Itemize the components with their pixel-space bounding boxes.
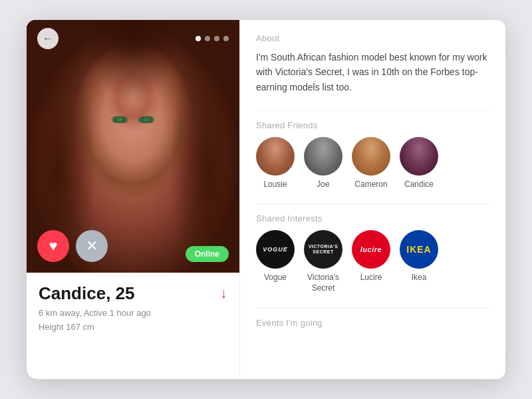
interests-title: Shared Interests [256,213,489,223]
app-container: ← Online ♥ ✕ Candice, 25 6 km awa [27,20,505,379]
friend-lousie[interactable]: Lousie [256,137,295,189]
arrow-down-icon[interactable]: ↓ [220,285,227,302]
lucire-text: lucire [360,245,382,253]
shared-interests-section: Shared Interests VOGUE Vogue VICTORIA'SS… [256,213,489,293]
avatar-candice [400,137,438,176]
ikea-label: Ikea [412,273,427,283]
ikea-circle: IKEA [400,230,438,269]
avatar-joe [304,137,342,176]
friend-name-cameron: Cameron [354,180,387,189]
about-title: About [256,33,489,43]
friend-candice[interactable]: Candice [400,137,438,189]
dot-3[interactable] [214,36,219,41]
profile-meta: 6 km away, Active 1 hour ago Height 167 … [39,307,227,334]
dot-4[interactable] [223,36,229,41]
interest-lucire[interactable]: lucire Lucire [352,230,390,293]
profile-photo: ← Online ♥ ✕ [27,20,239,273]
events-title: Events I'm going [256,318,489,328]
online-badge: Online [186,246,229,262]
action-buttons: ♥ ✕ [37,230,108,262]
about-section: About I'm South African fashion model be… [256,33,489,94]
friends-row: Lousie Joe Cameron Candice [256,137,489,189]
victoria-label: Victoria'sSecret [307,273,339,293]
about-text: I'm South African fashion model best kno… [256,50,489,94]
friend-joe[interactable]: Joe [304,137,342,189]
divider-3 [256,308,489,309]
friend-name-lousie: Lousie [263,180,287,189]
friend-name-joe: Joe [317,180,329,189]
top-bar: ← [27,28,239,49]
vogue-circle: VOGUE [256,230,295,269]
distance-active: 6 km away, Active 1 hour ago [39,308,151,318]
back-icon: ← [43,33,53,45]
vogue-text: VOGUE [263,246,288,253]
dot-2[interactable] [205,36,210,41]
interest-victorias-secret[interactable]: VICTORIA'SSECRET Victoria'sSecret [304,230,342,293]
events-section: Events I'm going [256,318,489,328]
victoria-circle: VICTORIA'SSECRET [304,230,342,269]
height: Height 167 cm [39,322,94,332]
divider-2 [256,203,489,204]
left-panel: ← Online ♥ ✕ Candice, 25 6 km awa [27,20,239,379]
photo-dots [196,36,229,41]
interest-ikea[interactable]: IKEA Ikea [400,230,438,293]
dot-1[interactable] [196,36,201,41]
friend-cameron[interactable]: Cameron [352,137,390,189]
avatar-lousie [256,137,295,176]
like-button[interactable]: ♥ [37,230,69,262]
interest-vogue[interactable]: VOGUE Vogue [256,230,295,293]
right-panel: About I'm South African fashion model be… [239,20,505,379]
avatar-cameron [352,137,390,176]
lucire-label: Lucire [360,273,382,283]
victoria-text: VICTORIA'SSECRET [309,244,338,255]
shared-friends-section: Shared Friends Lousie Joe Cameron Candic… [256,120,489,189]
divider-1 [256,110,489,111]
back-button[interactable]: ← [37,28,59,49]
profile-info: Candice, 25 6 km away, Active 1 hour ago… [27,273,239,379]
ikea-text: IKEA [406,244,431,255]
lucire-circle: lucire [352,230,390,269]
friends-title: Shared Friends [256,120,489,130]
interests-row: VOGUE Vogue VICTORIA'SSECRET Victoria'sS… [256,230,489,293]
vogue-label: Vogue [264,273,287,283]
friend-name-candice: Candice [404,180,434,189]
profile-name: Candice, 25 [39,283,227,304]
dislike-button[interactable]: ✕ [76,230,108,262]
